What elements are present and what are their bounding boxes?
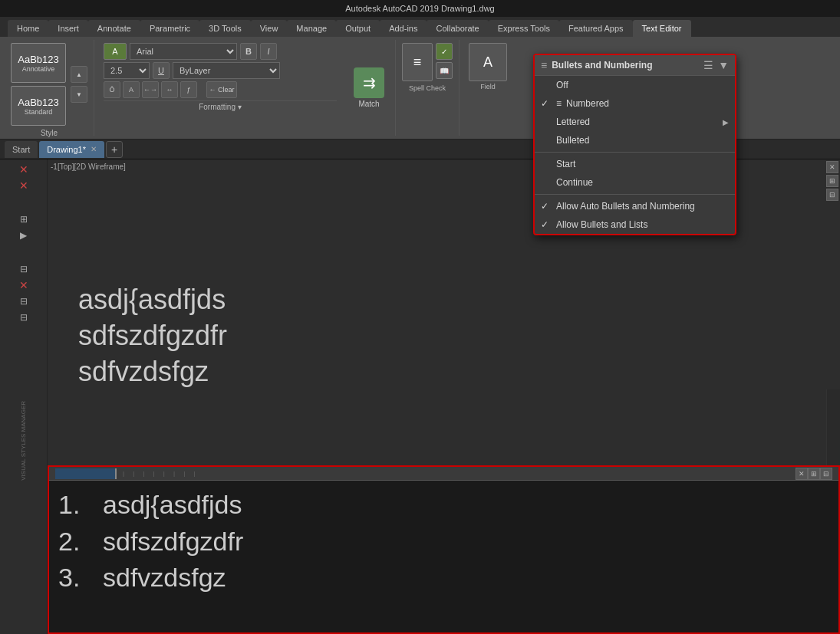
list-number-2: 2. <box>58 524 97 560</box>
list-text-1: asdj{asdfjds <box>103 487 242 524</box>
tab-output[interactable]: Output <box>336 20 380 37</box>
close-btn-3[interactable]: ✕ <box>17 278 31 292</box>
editor-close-btn[interactable]: ✕ <box>796 468 808 480</box>
list-item-3: 3. sdfvzdsfgz <box>58 560 829 596</box>
dropdown-item-lettered-label: Lettered <box>556 117 590 127</box>
dict-btn[interactable]: 📖 <box>436 62 453 79</box>
dropdown-item-off-label: Off <box>556 80 568 90</box>
doc-tab-drawing1-close[interactable]: ✕ <box>91 145 97 153</box>
dropdown-menu-icon: ☰ <box>703 59 713 71</box>
dropdown-item-lettered[interactable]: Lettered <box>535 113 735 131</box>
style-section: AaBb123 Annotative AaBb123 Standard ▲ ▼ … <box>5 40 94 136</box>
style-scroll-down[interactable]: ▼ <box>71 86 87 103</box>
bullets-numbering-button[interactable]: ≡ <box>402 43 433 81</box>
formatting-label: Formatting ▾ <box>104 100 337 111</box>
panel-close-btn[interactable]: ✕ <box>826 161 838 173</box>
width-btn[interactable]: ↔ <box>161 81 178 98</box>
tab-annotate[interactable]: Annotate <box>88 20 140 37</box>
dropdown-list-icon: ≡ <box>541 59 547 71</box>
dropdown-item-continue-label: Continue <box>556 177 593 188</box>
panel-collapse-btn[interactable]: ⊟ <box>826 189 838 201</box>
doc-tab-drawing1-label: Drawing1* <box>47 145 86 154</box>
sidebar-icon-1[interactable]: ⊞ <box>17 212 31 226</box>
dropdown-divider-2 <box>535 194 735 195</box>
format-row-2: 2.5 U ByLayer <box>104 62 337 79</box>
dropdown-expand-icon: ▼ <box>718 59 729 71</box>
dropdown-item-start[interactable]: Start <box>535 155 735 173</box>
overline-btn[interactable]: Ō <box>104 81 120 98</box>
bold-button[interactable]: B <box>240 43 257 60</box>
close-btn-2[interactable]: ✕ <box>17 179 31 192</box>
font-select[interactable]: Arial <box>130 43 237 60</box>
tab-featuredapps[interactable]: Featured Apps <box>559 20 633 37</box>
oblique-btn[interactable]: ƒ <box>180 81 197 98</box>
annotative-style-preview[interactable]: AaBb123 Annotative <box>11 43 66 83</box>
ruler-content: | | | | | | | | <box>55 468 796 479</box>
dropdown-item-numbered-label: Numbered <box>566 98 609 109</box>
underline-button[interactable]: U <box>153 62 170 79</box>
editor-collapse-btn[interactable]: ⊟ <box>820 468 832 480</box>
numbered-list: 1. asdj{asdfjds 2. sdfszdfgzdfr 3. sdfvz… <box>58 487 829 596</box>
style-scroll-up[interactable]: ▲ <box>71 66 87 83</box>
ribbon-tabs: Home Insert Annotate Parametric 3D Tools… <box>0 17 840 37</box>
dropdown-title: Bullets and Numbering <box>552 60 699 71</box>
layer-select[interactable]: ByLayer <box>173 62 280 79</box>
close-btn-1[interactable]: ✕ <box>17 163 31 176</box>
tab-insert[interactable]: Insert <box>48 20 88 37</box>
doc-tab-start[interactable]: Start <box>5 141 38 158</box>
spellcheck-label: Spell Check <box>409 84 446 92</box>
dropdown-item-bulleted-label: Bulleted <box>556 135 589 146</box>
tab-parametric[interactable]: Parametric <box>140 20 199 37</box>
tab-3dtools[interactable]: 3D Tools <box>199 20 251 37</box>
tab-expresstools[interactable]: Express Tools <box>489 20 559 37</box>
dropdown-item-allow-auto[interactable]: Allow Auto Bullets and Numbering <box>535 197 735 215</box>
dropdown-item-start-label: Start <box>556 159 575 169</box>
dropdown-item-allow-bullets-label: Allow Bullets and Lists <box>556 219 647 230</box>
size-select[interactable]: 2.5 <box>104 62 150 79</box>
ruler-tab-marker <box>55 468 117 479</box>
editor-expand-btn[interactable]: ⊞ <box>808 468 820 480</box>
field-label: Field <box>480 83 496 90</box>
clear-btn[interactable]: ← Clear <box>206 81 237 98</box>
annotative-toggle-btn[interactable]: A <box>104 43 127 60</box>
tab-home[interactable]: Home <box>8 20 48 37</box>
annotative-label: Annotative <box>22 65 55 73</box>
dropdown-item-numbered-icon: ≡ <box>556 98 562 109</box>
dropdown-item-allow-bullets[interactable]: Allow Bullets and Lists <box>535 215 735 234</box>
list-text-2: sdfszdfgzdfr <box>103 524 243 560</box>
standard-style-preview[interactable]: AaBb123 Standard <box>11 86 66 126</box>
dropdown-item-off[interactable]: Off <box>535 76 735 94</box>
ruler-marks: | | | | | | | | <box>117 468 796 479</box>
doc-tab-add-button[interactable]: + <box>106 141 123 158</box>
format-row-1: A Arial B I <box>104 43 337 60</box>
tab-manage[interactable]: Manage <box>287 20 336 37</box>
tab-addins[interactable]: Add-ins <box>380 20 427 37</box>
tab-view[interactable]: View <box>251 20 288 37</box>
panel-expand-btn[interactable]: ⊞ <box>826 175 838 187</box>
sidebar-icon-2[interactable]: ▶ <box>17 228 31 242</box>
canvas-text-area: asdj{asdfjds sdfszdfgzdfr sdfvzdsfgz <box>78 282 227 389</box>
italic-button[interactable]: I <box>260 43 277 60</box>
title-bar: Autodesk AutoCAD 2019 Drawing1.dwg <box>0 0 840 17</box>
sidebar-icon-3[interactable]: ⊟ <box>17 262 31 276</box>
field-button[interactable]: A <box>469 43 507 81</box>
color-btn[interactable]: A <box>123 81 140 98</box>
dropdown-item-numbered[interactable]: ≡ Numbered <box>535 94 735 113</box>
dropdown-item-continue[interactable]: Continue <box>535 173 735 192</box>
doc-tab-drawing1[interactable]: Drawing1* ✕ <box>39 141 104 158</box>
tracking-btn[interactable]: ←→ <box>142 81 159 98</box>
sidebar-icon-4[interactable]: ⊟ <box>17 294 31 308</box>
tab-collaborate[interactable]: Collaborate <box>427 20 488 37</box>
annotative-preview-text: AaBb123 <box>18 54 59 65</box>
spell-check-btn[interactable]: ✓ <box>436 43 453 60</box>
tab-texteditor[interactable]: Text Editor <box>633 20 691 37</box>
formatting-section: A Arial B I 2.5 U ByLayer Ō A ←→ ↔ ƒ <box>97 40 343 136</box>
text-editor-area[interactable]: | | | | | | | | ✕ ⊞ ⊟ 1. asdj{asdfjds <box>48 465 840 634</box>
list-text-3: sdfvzdsfgz <box>103 560 226 596</box>
dropdown-item-bulleted[interactable]: Bulleted <box>535 131 735 149</box>
text-editor-content[interactable]: 1. asdj{asdfjds 2. sdfszdfgzdfr 3. sdfvz… <box>49 481 838 603</box>
match-button[interactable]: ⇉ Match <box>346 40 392 136</box>
left-sidebar: ✕ ✕ ⊞ ▶ ⊟ ✕ ⊟ ⊟ VISUAL STYLES MANAGER <box>0 159 48 634</box>
sidebar-icon-5[interactable]: ⊟ <box>17 310 31 324</box>
list-number-1: 1. <box>58 487 97 524</box>
